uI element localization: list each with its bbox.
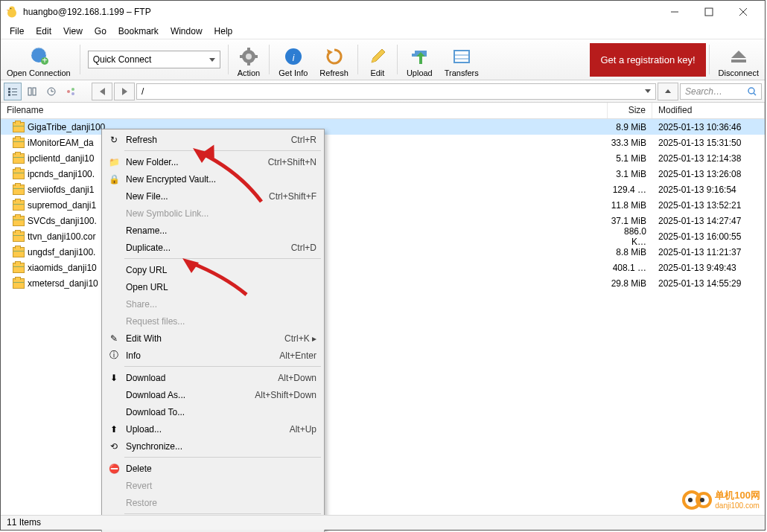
refresh-icon xyxy=(324,46,345,67)
svg-rect-26 xyxy=(12,92,17,92)
menu-item[interactable]: ↻RefreshCtrl+R xyxy=(104,131,322,148)
context-menu: ↻RefreshCtrl+R📁New Folder...Ctrl+Shift+N… xyxy=(101,129,325,532)
archive-icon xyxy=(13,263,25,273)
menu-item[interactable]: 🔒New Encrypted Vault... xyxy=(104,170,322,188)
svg-rect-29 xyxy=(33,88,36,95)
menu-shortcut: Alt+Down xyxy=(278,373,316,383)
menu-shortcut: Alt+Enter xyxy=(279,350,316,361)
menu-item[interactable]: New File...Ctrl+Shift+F xyxy=(104,188,322,205)
edit-button[interactable]: Edit xyxy=(361,39,394,80)
menu-item[interactable]: ⬆Upload...Alt+Up xyxy=(104,420,322,438)
menu-item[interactable]: ⬇DownloadAlt+Down xyxy=(104,369,322,386)
upload-icon xyxy=(409,46,430,67)
view-column-button[interactable] xyxy=(23,83,41,100)
menu-window[interactable]: Window xyxy=(165,25,209,38)
action-button[interactable]: Action xyxy=(232,39,267,80)
upload-button[interactable]: Upload xyxy=(401,39,439,80)
file-name: xiaomids_danji10 xyxy=(28,263,97,273)
svg-point-33 xyxy=(67,90,70,93)
menu-item[interactable]: ⟲Synchronize... xyxy=(104,438,322,455)
menu-item[interactable]: Download To... xyxy=(104,403,322,420)
menu-item-label: New Folder... xyxy=(126,157,179,167)
chevron-down-icon xyxy=(645,89,651,93)
menu-item-label: Synchronize... xyxy=(126,441,182,452)
svg-point-11 xyxy=(246,54,252,60)
archive-icon xyxy=(13,247,25,257)
svg-rect-28 xyxy=(28,88,31,95)
history-button[interactable] xyxy=(42,83,60,100)
watermark: 单机100网 danji100.com xyxy=(682,485,760,515)
menu-item-label: Share... xyxy=(126,299,157,310)
file-size: 37.1 MiB xyxy=(608,216,652,226)
file-name: ipclientd_danji10 xyxy=(28,153,94,164)
close-button[interactable] xyxy=(726,1,760,23)
forward-button[interactable] xyxy=(114,83,135,100)
menu-item-label: Restore xyxy=(126,498,157,508)
view-list-button[interactable] xyxy=(4,83,22,100)
menu-item[interactable]: 📁New Folder...Ctrl+Shift+N xyxy=(104,153,322,170)
eject-icon xyxy=(728,46,749,67)
menu-go[interactable]: Go xyxy=(89,25,112,38)
title-bar: huangbo@192.168.1.199 – FTP xyxy=(1,1,765,23)
menu-edit[interactable]: Edit xyxy=(30,25,57,38)
menu-item[interactable]: Open URL xyxy=(104,278,322,295)
menu-item-label: New File... xyxy=(126,191,168,202)
menu-item[interactable]: Duplicate...Ctrl+D xyxy=(104,239,322,256)
menu-item-label: Info xyxy=(126,350,141,361)
svg-point-2 xyxy=(10,8,12,10)
refresh-button[interactable]: Refresh xyxy=(314,39,354,80)
file-modified: 2025-01-13 11:21:37 xyxy=(652,247,765,257)
toolbar: + Open Connection Quick Connect Action i… xyxy=(1,39,765,80)
menu-item-label: Upload... xyxy=(126,424,162,435)
triangle-up-icon xyxy=(665,89,671,93)
menu-item[interactable]: ✎Edit WithCtrl+K ▸ xyxy=(104,330,322,347)
header-filename[interactable]: Filename xyxy=(1,103,608,118)
up-button[interactable] xyxy=(658,83,678,100)
menu-item[interactable]: Rename... xyxy=(104,222,322,239)
disconnect-button[interactable]: Disconnect xyxy=(713,39,765,80)
transfers-button[interactable]: Transfers xyxy=(439,39,485,80)
menu-item[interactable]: Copy URL xyxy=(104,261,322,278)
menu-bookmark[interactable]: Bookmark xyxy=(112,25,165,38)
svg-point-34 xyxy=(71,88,74,91)
file-size: 8.9 MiB xyxy=(608,122,652,132)
menu-item-label: Download As... xyxy=(126,390,185,400)
maximize-button[interactable] xyxy=(692,1,726,23)
quick-connect-dropdown[interactable]: Quick Connect xyxy=(88,51,220,68)
svg-rect-24 xyxy=(8,94,10,96)
file-modified: 2025-01-13 14:55:29 xyxy=(652,278,765,289)
svg-rect-22 xyxy=(8,88,10,90)
menu-item-label: Revert xyxy=(126,481,152,491)
menu-item[interactable]: ⛔Delete xyxy=(104,460,322,477)
app-icon xyxy=(5,5,19,19)
header-size[interactable]: Size xyxy=(608,103,652,118)
registration-key-button[interactable]: Get a registration key! xyxy=(590,43,705,77)
menu-help[interactable]: Help xyxy=(209,25,239,38)
delete-icon: ⛔ xyxy=(108,463,120,475)
menu-item-label: Rename... xyxy=(126,225,167,236)
path-input[interactable]: / xyxy=(136,83,656,100)
menu-view[interactable]: View xyxy=(57,25,89,38)
back-button[interactable] xyxy=(92,83,112,100)
menu-item[interactable]: Download As...Alt+Shift+Down xyxy=(104,386,322,403)
header-modified[interactable]: Modified xyxy=(652,103,765,118)
sync-icon: ⟲ xyxy=(108,440,120,452)
menu-item[interactable]: ⓘInfoAlt+Enter xyxy=(104,347,322,364)
svg-rect-18 xyxy=(454,51,469,63)
minimize-button[interactable] xyxy=(658,1,692,23)
archive-icon xyxy=(13,185,25,195)
column-headers: Filename Size Modified xyxy=(1,103,765,119)
menu-file[interactable]: File xyxy=(4,25,30,38)
menu-item-label: New Encrypted Vault... xyxy=(126,174,216,185)
menu-shortcut: Alt+Up xyxy=(290,424,316,435)
file-name: ipcnds_danji100. xyxy=(28,169,95,179)
file-name: xmetersd_danji10 xyxy=(28,278,98,289)
menu-item-label: Open URL xyxy=(126,282,168,292)
svg-rect-23 xyxy=(8,91,10,93)
bonjour-button[interactable] xyxy=(62,83,80,100)
download-icon: ⬇ xyxy=(108,372,120,384)
search-input[interactable]: Search… xyxy=(680,83,762,100)
get-info-button[interactable]: i Get Info xyxy=(273,39,314,80)
edit-icon: ✎ xyxy=(108,333,120,344)
open-connection-button[interactable]: + Open Connection xyxy=(1,39,77,80)
